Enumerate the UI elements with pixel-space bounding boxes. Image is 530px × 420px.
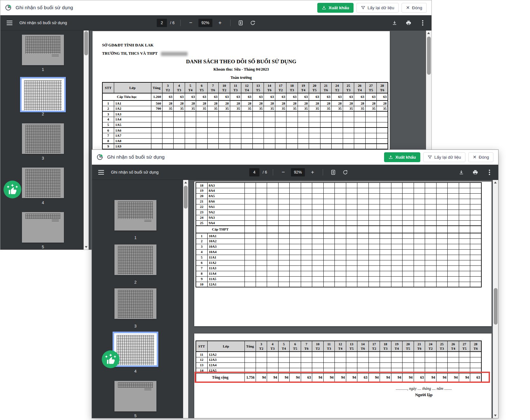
table-cell [256,271,267,276]
table-cell [357,260,369,265]
table-cell [323,368,335,373]
table-cell: 35 [320,106,332,111]
table-cell: 63 [275,93,286,100]
table-cell [256,352,267,357]
zoom-level[interactable]: 92% [291,168,305,176]
table-cell [290,233,301,238]
thumbnail-table-preview [25,214,61,219]
page-thumbnail-5[interactable] [22,212,64,243]
table-cell [403,357,414,362]
table-cell [290,188,301,193]
table-cell [278,368,290,373]
celebration-badge[interactable] [3,180,22,199]
scrollbar-thumb[interactable] [84,31,88,55]
table-cell [368,193,380,199]
table-cell: 18T3 [380,341,391,352]
page-thumbnail-1[interactable] [114,200,156,231]
download-icon[interactable] [390,18,399,27]
table-cell [368,368,380,373]
zoom-out-button[interactable]: − [279,168,288,177]
scroll-down-button[interactable] [84,244,89,250]
sidebar-scrollbar[interactable] [183,180,188,418]
table-cell [357,193,369,199]
table-cell [244,199,256,204]
pie-chart-icon [5,4,12,11]
table-cell [323,233,335,238]
table-cell [323,193,335,199]
table-cell [332,122,343,127]
table-cell [320,127,332,133]
table-cell: 1A4 [114,117,151,122]
page-number-input[interactable]: 4 [249,168,259,176]
zoom-out-button[interactable]: − [186,18,195,27]
org-line-2: TRƯỜNG TH, THCS VÀ THPT [102,51,188,56]
thumbnail-page-number: 1 [114,236,156,240]
table-cell: 63 [219,93,230,100]
rotate-button[interactable] [341,168,350,177]
export-button[interactable]: Xuất khẩu [384,152,420,162]
page-number-input[interactable]: 2 [157,19,167,27]
page-thumbnail-2[interactable] [20,77,66,112]
table-cell [357,368,369,373]
export-button[interactable]: Xuất khẩu [317,3,354,13]
page-thumbnail-5[interactable] [114,381,156,411]
zoom-level[interactable]: 92% [198,19,212,27]
table-cell [151,144,162,149]
scrollbar-thumb[interactable] [184,186,188,209]
table-row: 1012A1 [196,282,481,287]
sidebar-toggle-icon[interactable] [96,168,106,177]
zoom-in-button[interactable]: + [216,18,224,27]
close-button[interactable]: ✕ Đóng [402,3,427,13]
thumbnail-table-preview [25,169,61,197]
table-cell [425,249,437,255]
table-cell [459,215,470,220]
table-cell [323,199,335,204]
scroll-up-button[interactable] [183,180,188,185]
table-cell [290,249,301,255]
table-cell: 9A3 [207,215,244,220]
table-cell: STT [102,82,114,93]
table-cell: 35 [264,106,275,111]
table-cell [425,357,437,362]
table-cell [470,210,482,215]
rotate-button[interactable] [248,18,257,27]
print-icon[interactable] [471,168,480,177]
table-cell: 1 [196,233,207,238]
table-cell [252,127,264,133]
scrollbar-thumb[interactable] [427,37,431,75]
fit-page-button[interactable] [329,168,338,177]
sidebar-scrollbar[interactable] [84,31,89,250]
table-cell [264,144,275,149]
table-cell [162,122,174,127]
table-cell [323,215,335,220]
reload-data-button[interactable]: Lấy lại dữ liệu [423,152,465,162]
table-cell: 9A1 [207,204,244,210]
scrollbar-thumb[interactable] [494,288,498,325]
main-scrollbar[interactable] [493,180,498,418]
more-options-icon[interactable] [485,168,494,177]
scroll-down-button[interactable] [493,413,498,418]
reload-data-button[interactable]: Lấy lại dữ liệu [356,3,399,13]
table-cell [391,244,403,249]
page-thumbnail-3[interactable] [22,123,64,154]
table-cell [290,265,301,271]
table-cell: 12A5 [207,368,244,373]
celebration-badge[interactable] [101,350,120,368]
more-options-icon[interactable] [418,18,427,27]
scroll-up-button[interactable] [426,31,431,36]
zoom-in-button[interactable]: + [308,168,317,177]
table-cell [425,260,437,265]
sidebar-toggle-icon[interactable] [5,18,14,28]
scroll-up-button[interactable] [493,180,498,185]
table-cell [459,193,470,199]
page-thumbnail-4[interactable] [22,168,64,198]
fit-page-button[interactable] [236,18,245,27]
close-button[interactable]: ✕ Đóng [468,152,493,162]
table-cell [368,249,380,255]
table-cell: 63 [377,93,388,100]
page-thumbnail-2[interactable] [114,244,156,275]
page-thumbnail-3[interactable] [114,288,156,319]
page-thumbnail-1[interactable] [22,35,64,65]
download-icon[interactable] [457,168,466,177]
print-icon[interactable] [404,18,413,27]
